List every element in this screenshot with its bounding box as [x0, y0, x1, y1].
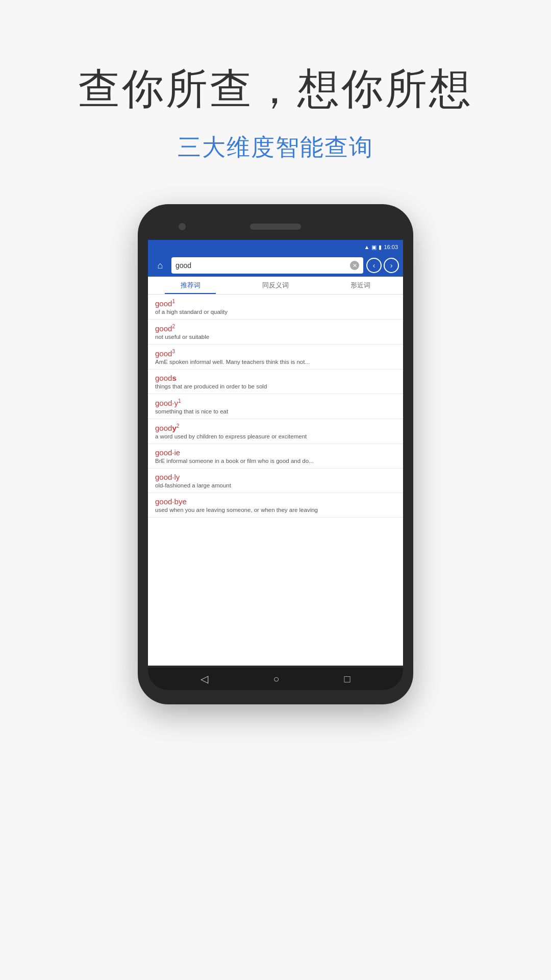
back-nav-icon[interactable]: ◁: [201, 673, 208, 685]
battery-icon: ▮: [379, 244, 382, 251]
phone-frame: ▲ ▣ ▮ 16:03 ⌂ good ✕ ‹ ›: [138, 204, 413, 704]
recent-nav-icon[interactable]: □: [344, 673, 350, 685]
forward-arrow-button[interactable]: ›: [384, 258, 399, 273]
phone-screen: ▲ ▣ ▮ 16:03 ⌂ good ✕ ‹ ›: [148, 240, 403, 666]
word-title: good·ie: [155, 448, 396, 457]
home-icon: ⌂: [158, 260, 163, 271]
phone-speaker: [250, 224, 301, 230]
wifi-icon: ▲: [364, 244, 370, 250]
tabs-bar: 推荐词 同反义词 形近词: [148, 277, 403, 295]
phone-bottom-nav: ◁ ○ □: [148, 668, 403, 690]
word-title: good1: [155, 299, 396, 308]
search-bar: ⌂ good ✕ ‹ ›: [148, 254, 403, 277]
word-title: good3: [155, 349, 396, 358]
home-nav-icon[interactable]: ○: [273, 673, 279, 685]
word-def: used when you are leaving someone, or wh…: [155, 507, 396, 513]
word-title: goody2: [155, 423, 396, 432]
list-item[interactable]: good·bye used when you are leaving someo…: [148, 493, 403, 518]
headline: 查你所查，想你所想: [78, 61, 473, 117]
tab-recommended[interactable]: 推荐词: [148, 277, 233, 294]
phone-camera: [179, 223, 186, 230]
search-input[interactable]: good: [176, 261, 350, 270]
time-display: 16:03: [384, 244, 398, 250]
word-def: BrE informal someone in a book or film w…: [155, 458, 396, 464]
list-item[interactable]: good·y1 something that is nice to eat: [148, 394, 403, 419]
signal-icon: ▣: [371, 244, 377, 251]
word-title: good·y1: [155, 398, 396, 407]
word-list: good1 of a high standard or quality good…: [148, 295, 403, 666]
tab-similar[interactable]: 形近词: [318, 277, 403, 294]
nav-arrows: ‹ ›: [366, 258, 399, 273]
status-bar: ▲ ▣ ▮ 16:03: [148, 240, 403, 254]
list-item[interactable]: goody2 a word used by children to expres…: [148, 419, 403, 444]
word-def: things that are produced in order to be …: [155, 383, 396, 389]
word-def: old-fashioned a large amount: [155, 482, 396, 488]
status-icons: ▲ ▣ ▮ 16:03: [364, 244, 398, 251]
phone-top-bar: [148, 215, 403, 238]
page-wrapper: 查你所查，想你所想 三大维度智能查询 ▲ ▣ ▮ 16:03 ⌂: [0, 0, 551, 980]
word-title: good2: [155, 324, 396, 333]
back-arrow-button[interactable]: ‹: [366, 258, 382, 273]
list-item[interactable]: good·ly old-fashioned a large amount: [148, 469, 403, 493]
word-title: goods: [155, 374, 396, 382]
subtitle: 三大维度智能查询: [178, 132, 373, 163]
list-item[interactable]: good2 not useful or suitable: [148, 320, 403, 345]
clear-button[interactable]: ✕: [350, 261, 359, 270]
word-def: not useful or suitable: [155, 334, 396, 340]
list-item[interactable]: good·ie BrE informal someone in a book o…: [148, 444, 403, 469]
list-item[interactable]: good3 AmE spoken informal well. Many tea…: [148, 345, 403, 370]
word-def: AmE spoken informal well. Many teachers …: [155, 359, 396, 365]
home-button[interactable]: ⌂: [152, 257, 168, 274]
word-title: good·bye: [155, 497, 396, 506]
word-title: good·ly: [155, 473, 396, 481]
word-def: a word used by children to express pleas…: [155, 433, 396, 439]
word-def: something that is nice to eat: [155, 408, 396, 414]
search-input-wrapper[interactable]: good ✕: [171, 257, 363, 274]
list-item[interactable]: good1 of a high standard or quality: [148, 295, 403, 320]
list-item[interactable]: goods things that are produced in order …: [148, 370, 403, 394]
word-def: of a high standard or quality: [155, 309, 396, 315]
tab-synonyms[interactable]: 同反义词: [233, 277, 318, 294]
